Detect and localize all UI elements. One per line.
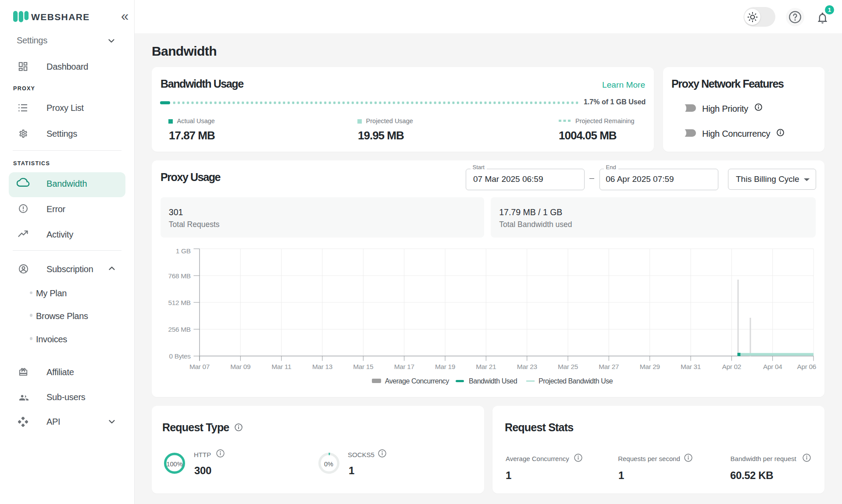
- svg-text:256 MB: 256 MB: [168, 326, 190, 333]
- svg-text:Mar 09: Mar 09: [230, 363, 250, 370]
- svg-text:Apr 06: Apr 06: [797, 363, 816, 370]
- svg-text:Apr 04: Apr 04: [763, 363, 782, 370]
- svg-text:Apr 02: Apr 02: [722, 363, 742, 370]
- svg-text:Mar 23: Mar 23: [517, 363, 537, 370]
- svg-text:Mar 13: Mar 13: [312, 363, 332, 370]
- svg-text:Mar 19: Mar 19: [435, 363, 455, 370]
- svg-text:Mar 27: Mar 27: [599, 363, 619, 370]
- svg-text:768 MB: 768 MB: [168, 272, 190, 280]
- svg-text:Mar 21: Mar 21: [476, 363, 496, 370]
- svg-text:Mar 15: Mar 15: [353, 363, 373, 370]
- svg-text:Mar 07: Mar 07: [189, 363, 210, 370]
- svg-text:Mar 31: Mar 31: [681, 363, 701, 370]
- svg-text:0 Bytes: 0 Bytes: [169, 352, 191, 360]
- svg-text:Mar 25: Mar 25: [558, 363, 578, 370]
- svg-text:Mar 29: Mar 29: [640, 363, 660, 370]
- svg-text:Mar 11: Mar 11: [271, 363, 291, 370]
- svg-text:1 GB: 1 GB: [176, 247, 191, 255]
- svg-text:Mar 17: Mar 17: [394, 363, 414, 370]
- svg-text:512 MB: 512 MB: [168, 299, 190, 306]
